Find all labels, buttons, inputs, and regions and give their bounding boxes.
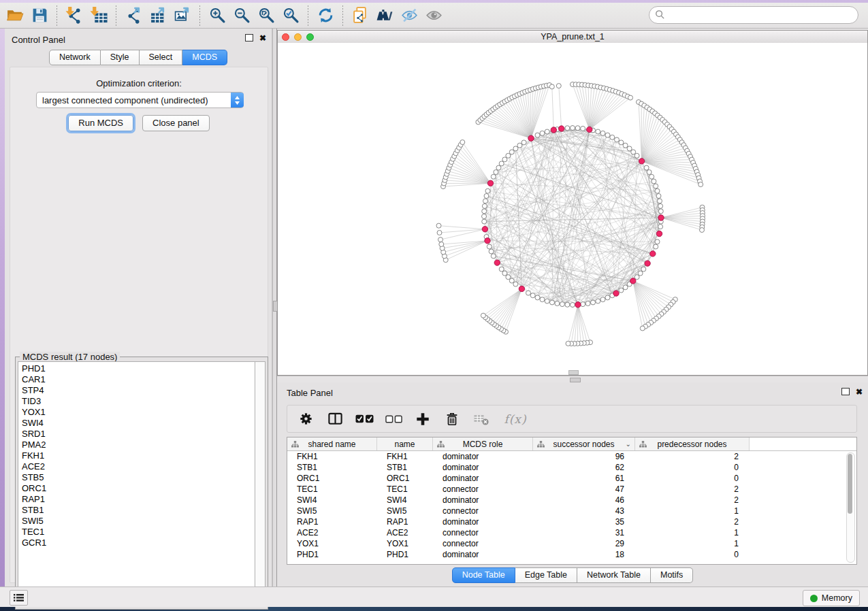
list-item[interactable]: PMA2 bbox=[22, 440, 256, 450]
table-row[interactable]: PHD1PHD1dominator180 bbox=[287, 549, 856, 560]
list-item[interactable]: STP4 bbox=[22, 385, 256, 396]
search-input[interactable] bbox=[649, 6, 858, 24]
list-item[interactable]: STB1 bbox=[22, 505, 256, 516]
list-item[interactable]: SWI4 bbox=[22, 418, 256, 429]
copy-network-button[interactable] bbox=[348, 5, 372, 27]
gear-button[interactable] bbox=[297, 410, 315, 428]
network-window: YPA_prune.txt_1 bbox=[277, 30, 868, 376]
export-image-button[interactable] bbox=[170, 5, 195, 27]
tab-node-table[interactable]: Node Table bbox=[452, 567, 515, 583]
header-filler bbox=[750, 437, 856, 450]
tab-select[interactable]: Select bbox=[140, 50, 183, 65]
table-scrollbar[interactable] bbox=[846, 452, 855, 563]
close-table-panel-icon[interactable]: ✖ bbox=[856, 389, 863, 395]
table-row[interactable]: STB1STB1dominator620 bbox=[287, 462, 856, 473]
list-item[interactable]: ACE2 bbox=[22, 461, 256, 472]
optimization-criterion-select[interactable]: largest connected component (undirected) bbox=[36, 92, 244, 108]
column-header-MCDS-role[interactable]: MCDS role bbox=[433, 437, 533, 450]
open-file-button[interactable] bbox=[3, 5, 27, 27]
network-graph[interactable] bbox=[278, 43, 867, 375]
table-row[interactable]: SWI4SWI4dominator462 bbox=[287, 495, 856, 506]
zoom-in-button[interactable] bbox=[205, 5, 229, 27]
table-cell: connector bbox=[433, 506, 533, 516]
table-row[interactable]: SWI5SWI5connector431 bbox=[287, 506, 856, 516]
close-panel-button[interactable]: Close panel bbox=[142, 115, 210, 131]
network-canvas-scroll-handle[interactable] bbox=[568, 370, 579, 375]
tab-style[interactable]: Style bbox=[101, 50, 140, 65]
delete-column-button[interactable] bbox=[443, 410, 461, 428]
column-label: name bbox=[394, 440, 415, 449]
horizontal-splitter-handle[interactable] bbox=[570, 378, 581, 382]
import-network-button[interactable] bbox=[62, 5, 86, 27]
open-file-icon bbox=[6, 6, 25, 24]
tab-edge-table[interactable]: Edge Table bbox=[515, 567, 577, 583]
zoom-selected-button[interactable] bbox=[278, 5, 303, 27]
table-cell: 1 bbox=[635, 506, 750, 516]
tab-motifs[interactable]: Motifs bbox=[651, 567, 693, 583]
list-item[interactable]: TID3 bbox=[22, 396, 256, 407]
node-table-rows: FKH1FKH1dominator962STB1STB1dominator620… bbox=[287, 451, 856, 560]
column-header-successor-nodes[interactable]: successor nodes⌄ bbox=[533, 437, 635, 450]
shared-column-icon bbox=[537, 440, 545, 450]
list-item[interactable]: ORC1 bbox=[22, 483, 256, 494]
table-cell: 31 bbox=[533, 528, 635, 538]
import-table-button[interactable] bbox=[86, 5, 111, 27]
table-row[interactable]: FKH1FKH1dominator962 bbox=[287, 451, 856, 462]
table-cell: ORC1 bbox=[287, 474, 377, 483]
table-scrollbar-thumb[interactable] bbox=[848, 454, 852, 514]
binoculars-button[interactable] bbox=[372, 5, 397, 27]
table-row[interactable]: ORC1ORC1dominator610 bbox=[287, 473, 856, 484]
add-column-button[interactable] bbox=[414, 410, 432, 428]
table-row[interactable]: RAP1RAP1dominator352 bbox=[287, 516, 856, 527]
mcds-result-scrollbar[interactable] bbox=[255, 361, 266, 607]
show-all-button[interactable] bbox=[421, 5, 446, 27]
select-all-button[interactable] bbox=[355, 410, 373, 428]
column-header-name[interactable]: name bbox=[377, 437, 433, 450]
toolbar-separator bbox=[308, 5, 308, 26]
tab-network[interactable]: Network bbox=[49, 50, 101, 65]
hide-selected-button[interactable] bbox=[397, 5, 421, 27]
list-item[interactable]: PHD1 bbox=[22, 363, 256, 374]
column-header-shared-name[interactable]: shared name bbox=[287, 437, 377, 450]
deselect-all-button[interactable] bbox=[385, 410, 402, 428]
list-item[interactable]: SRD1 bbox=[22, 429, 256, 440]
list-item[interactable]: SWI5 bbox=[22, 516, 256, 527]
zoom-out-button[interactable] bbox=[229, 5, 254, 27]
horizontal-splitter[interactable] bbox=[277, 376, 868, 382]
table-row[interactable]: TEC1TEC1connector472 bbox=[287, 484, 856, 495]
status-bar: Memory bbox=[0, 587, 868, 607]
mcds-result-group: MCDS result (17 nodes) PHD1CAR1STP4TID3Y… bbox=[15, 357, 268, 610]
list-item[interactable]: RAP1 bbox=[22, 494, 256, 505]
float-table-panel-icon[interactable] bbox=[841, 388, 850, 395]
run-mcds-button[interactable]: Run MCDS bbox=[68, 115, 133, 131]
tab-mcds[interactable]: MCDS bbox=[182, 50, 227, 65]
float-panel-icon[interactable] bbox=[245, 34, 253, 42]
list-item[interactable]: CAR1 bbox=[22, 374, 256, 385]
list-item[interactable]: TEC1 bbox=[22, 527, 256, 538]
tab-network-table[interactable]: Network Table bbox=[577, 567, 651, 583]
export-table-button[interactable] bbox=[146, 5, 170, 27]
table-row[interactable]: YOX1YOX1connector291 bbox=[287, 538, 856, 549]
export-network-button[interactable] bbox=[121, 5, 146, 27]
table-cell: RAP1 bbox=[287, 517, 377, 527]
close-panel-icon[interactable]: ✖ bbox=[259, 35, 266, 42]
optimization-criterion-label: Optimization criterion: bbox=[10, 78, 268, 88]
refresh-button[interactable] bbox=[313, 5, 338, 27]
list-item[interactable]: YOX1 bbox=[22, 407, 256, 418]
list-item[interactable]: STB5 bbox=[22, 472, 256, 483]
table-cell: 0 bbox=[635, 463, 750, 472]
list-item[interactable]: GCR1 bbox=[22, 538, 256, 548]
save-button[interactable] bbox=[27, 5, 52, 27]
zoom-fit-button[interactable] bbox=[254, 5, 278, 27]
vertical-splitter[interactable] bbox=[272, 29, 277, 587]
table-cell: connector bbox=[433, 539, 533, 548]
column-header-predecessor-nodes[interactable]: predecessor nodes bbox=[635, 437, 750, 450]
memory-button[interactable]: Memory bbox=[803, 590, 860, 606]
column-layout-button[interactable] bbox=[326, 410, 344, 428]
network-canvas[interactable] bbox=[278, 43, 867, 375]
task-history-button[interactable] bbox=[10, 590, 28, 606]
mcds-result-list[interactable]: PHD1CAR1STP4TID3YOX1SWI4SRD1PMA2FKH1ACE2… bbox=[18, 361, 256, 607]
network-window-titlebar[interactable]: YPA_prune.txt_1 bbox=[278, 31, 867, 44]
table-row[interactable]: ACE2ACE2connector311 bbox=[287, 527, 856, 538]
list-item[interactable]: FKH1 bbox=[22, 450, 256, 461]
